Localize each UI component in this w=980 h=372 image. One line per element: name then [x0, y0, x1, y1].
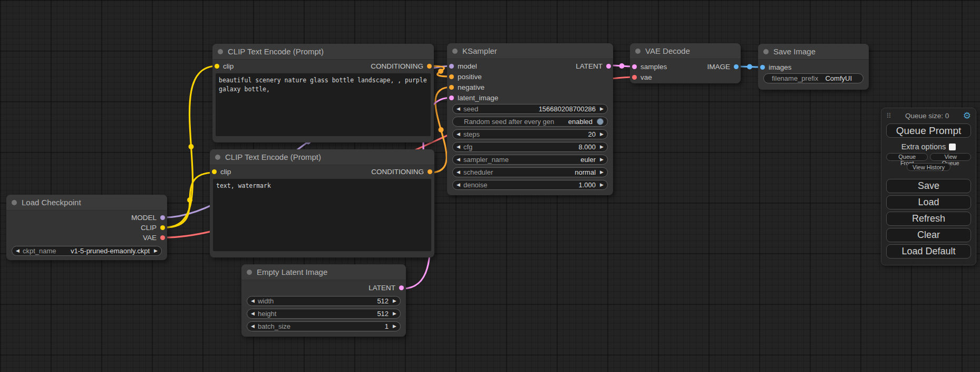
queue-front-button[interactable]: Queue Front: [886, 153, 928, 161]
collapse-dot-icon[interactable]: [12, 200, 17, 205]
increment-arrow-icon[interactable]: ▶: [393, 324, 396, 329]
node-ksampler[interactable]: KSampler model LATENT positive negative …: [447, 43, 613, 195]
vae-input-slot[interactable]: [632, 75, 637, 80]
widget-value: enabled: [568, 118, 593, 126]
positive-input-slot[interactable]: [449, 74, 454, 79]
node-title: Empty Latent Image: [257, 268, 327, 276]
scheduler-widget[interactable]: ◀ scheduler normal ▶: [452, 167, 608, 177]
width-widget[interactable]: ◀ width 512 ▶: [247, 296, 401, 306]
node-save-image[interactable]: Save Image images filename_prefix ComfyU…: [758, 44, 869, 90]
save-button[interactable]: Save: [886, 179, 971, 193]
settings-gear-icon[interactable]: ⚙: [963, 111, 971, 120]
latent-output-slot[interactable]: [606, 64, 611, 69]
collapse-dot-icon[interactable]: [218, 49, 223, 54]
decrement-arrow-icon[interactable]: ◀: [457, 107, 460, 111]
decrement-arrow-icon[interactable]: ◀: [457, 157, 460, 162]
collapse-dot-icon[interactable]: [635, 49, 641, 54]
clip-output-label: CLIP: [141, 224, 157, 232]
denoise-widget[interactable]: ◀ denoise 1.000 ▶: [452, 180, 608, 190]
node-clip-text-encode-positive[interactable]: CLIP Text Encode (Prompt) clip CONDITION…: [212, 44, 434, 142]
conditioning-output-slot[interactable]: [427, 64, 432, 69]
collapse-dot-icon[interactable]: [215, 155, 220, 160]
increment-arrow-icon[interactable]: ▶: [600, 157, 604, 162]
widget-label: ckpt_name: [23, 247, 56, 255]
queue-prompt-button[interactable]: Queue Prompt: [886, 123, 971, 138]
node-title-bar[interactable]: Save Image: [758, 44, 869, 60]
node-title: Load Checkpoint: [22, 198, 81, 207]
batch-size-widget[interactable]: ◀ batch_size 1 ▶: [247, 321, 401, 331]
height-widget[interactable]: ◀ height 512 ▶: [247, 309, 401, 319]
model-input-label: model: [458, 62, 477, 70]
drag-handle-icon[interactable]: ⠿: [886, 112, 891, 120]
view-history-button[interactable]: View History: [907, 163, 950, 171]
clear-button[interactable]: Clear: [886, 228, 971, 242]
latent-output-slot[interactable]: [399, 285, 404, 290]
ckpt-name-widget[interactable]: ◀ ckpt_name v1-5-pruned-emaonly.ckpt ▶: [12, 246, 162, 256]
latent-output-label: LATENT: [576, 62, 603, 70]
view-queue-button[interactable]: View Queue: [930, 153, 971, 161]
decrement-arrow-icon[interactable]: ◀: [251, 324, 255, 329]
collapse-dot-icon[interactable]: [247, 270, 252, 275]
conditioning-output-slot[interactable]: [428, 169, 432, 174]
decrement-arrow-icon[interactable]: ◀: [251, 299, 255, 303]
node-clip-text-encode-negative[interactable]: CLIP Text Encode (Prompt) clip CONDITION…: [210, 149, 434, 257]
increment-arrow-icon[interactable]: ▶: [600, 170, 604, 175]
seed-widget[interactable]: ◀ seed 156680208700286 ▶: [452, 104, 608, 114]
increment-arrow-icon[interactable]: ▶: [393, 311, 396, 316]
decrement-arrow-icon[interactable]: ◀: [457, 170, 460, 175]
node-title-bar[interactable]: KSampler: [447, 43, 613, 59]
images-input-slot[interactable]: [760, 65, 765, 70]
filename-prefix-widget[interactable]: filename_prefix ComfyUI: [763, 73, 863, 83]
cfg-widget[interactable]: ◀ cfg 8.000 ▶: [452, 142, 608, 152]
node-title-bar[interactable]: VAE Decode: [630, 43, 741, 59]
model-output-slot[interactable]: [160, 215, 165, 220]
queue-size-label: Queue size: 0: [891, 112, 963, 120]
samples-input-slot[interactable]: [632, 64, 637, 69]
decrement-arrow-icon[interactable]: ◀: [457, 183, 460, 187]
extra-options-checkbox[interactable]: [949, 144, 956, 150]
increment-arrow-icon[interactable]: ▶: [154, 249, 158, 253]
vae-output-slot[interactable]: [160, 235, 165, 240]
positive-prompt-textarea[interactable]: beautiful scenery nature glass bottle la…: [216, 73, 431, 136]
queue-panel: ⠿ Queue size: 0 ⚙ Queue Prompt Extra opt…: [881, 108, 976, 265]
widget-value: 1.000: [579, 181, 596, 189]
decrement-arrow-icon[interactable]: ◀: [457, 132, 460, 137]
collapse-dot-icon[interactable]: [452, 49, 458, 54]
load-default-button[interactable]: Load Default: [886, 244, 971, 259]
clip-input-slot[interactable]: [212, 169, 217, 174]
node-title-bar[interactable]: Empty Latent Image: [241, 264, 406, 280]
latent-image-input-slot[interactable]: [449, 96, 454, 100]
increment-arrow-icon[interactable]: ▶: [600, 183, 604, 187]
node-vae-decode[interactable]: VAE Decode samples IMAGE vae: [630, 43, 741, 83]
negative-input-slot[interactable]: [449, 85, 454, 90]
model-input-slot[interactable]: [449, 64, 454, 69]
collapse-dot-icon[interactable]: [763, 49, 769, 54]
random-seed-toggle-widget[interactable]: Random seed after every gen enabled: [452, 117, 608, 127]
sampler-name-widget[interactable]: ◀ sampler_name euler ▶: [452, 155, 608, 165]
widget-value: 8.000: [579, 143, 596, 151]
vae-output-label: VAE: [143, 234, 157, 242]
increment-arrow-icon[interactable]: ▶: [600, 107, 604, 111]
widget-label: sampler_name: [463, 156, 509, 164]
steps-widget[interactable]: ◀ steps 20 ▶: [452, 129, 608, 139]
negative-prompt-textarea[interactable]: text, watermark: [213, 179, 431, 251]
decrement-arrow-icon[interactable]: ◀: [457, 145, 460, 149]
node-empty-latent-image[interactable]: Empty Latent Image LATENT ◀ width 512 ▶ …: [241, 264, 406, 337]
refresh-button[interactable]: Refresh: [886, 212, 971, 226]
increment-arrow-icon[interactable]: ▶: [393, 299, 396, 303]
toggle-on-icon[interactable]: [597, 118, 604, 125]
node-title-bar[interactable]: Load Checkpoint: [6, 195, 167, 211]
increment-arrow-icon[interactable]: ▶: [600, 132, 604, 137]
decrement-arrow-icon[interactable]: ◀: [251, 311, 255, 316]
clip-input-slot[interactable]: [215, 64, 219, 69]
image-output-slot[interactable]: [734, 64, 739, 69]
node-title-bar[interactable]: CLIP Text Encode (Prompt): [210, 149, 434, 165]
node-title: VAE Decode: [645, 46, 690, 55]
node-load-checkpoint[interactable]: Load Checkpoint MODEL CLIP VAE ◀ ckpt_na…: [6, 195, 167, 260]
node-title-bar[interactable]: CLIP Text Encode (Prompt): [212, 44, 434, 60]
increment-arrow-icon[interactable]: ▶: [600, 145, 604, 149]
clip-output-slot[interactable]: [160, 225, 165, 230]
load-button[interactable]: Load: [886, 195, 971, 209]
comfyui-canvas[interactable]: { "icons": { "left_arrow": "◀", "right_a…: [0, 0, 980, 372]
decrement-arrow-icon[interactable]: ◀: [16, 249, 20, 253]
